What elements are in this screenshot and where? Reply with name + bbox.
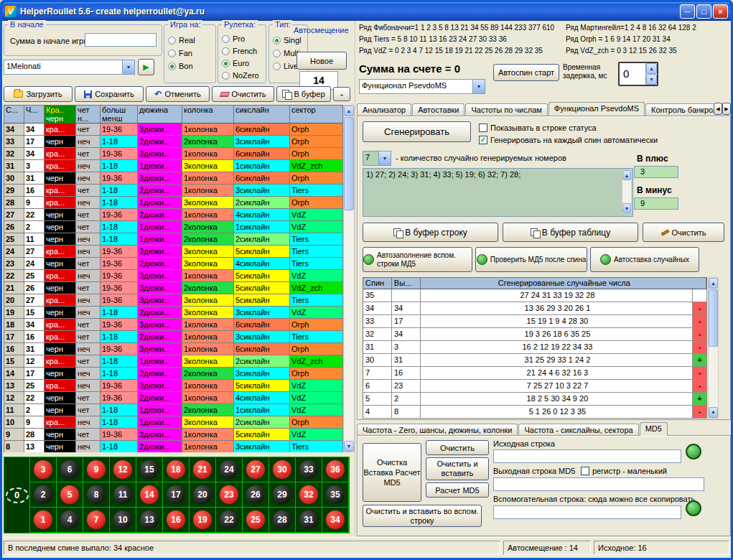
board-cell-4[interactable]: 4 xyxy=(57,508,83,533)
autofill-md5-button[interactable]: Автозаполнение вспом. строки МД5 xyxy=(363,247,472,272)
frequency-tab-0[interactable]: Частота - Zero, шансы, дюжины, колонки xyxy=(357,424,518,436)
sequence-scrollbar[interactable]: ▲ ▼ xyxy=(622,169,632,214)
history-row[interactable]: 1915черннеч1-182дюжи...3колонка3сиклайнV… xyxy=(4,307,343,319)
count-combo[interactable]: 7 ▼ xyxy=(363,151,391,166)
chevron-down-icon[interactable]: ▼ xyxy=(472,80,485,93)
board-cell-26[interactable]: 26 xyxy=(243,482,269,508)
history-row[interactable]: 1716кра...чет1-182дюжи...1колонка3сиклай… xyxy=(4,331,343,343)
board-cell-19[interactable]: 19 xyxy=(190,508,216,533)
scroll-down-icon[interactable]: ▼ xyxy=(344,441,354,452)
board-cell-6[interactable]: 6 xyxy=(57,457,83,482)
md5-clear-paste-aux-button[interactable]: Очистить и вставить во вспом. строку xyxy=(363,505,482,527)
run-preset-button[interactable]: ▶ xyxy=(138,59,154,75)
history-row[interactable]: 262чернчет1-181дюжи...2колонка1сиклайнVd… xyxy=(4,221,343,233)
tab-3[interactable]: Функционал PsevdoMS xyxy=(548,102,645,116)
board-cell-32[interactable]: 32 xyxy=(296,482,322,508)
autospin-start-button[interactable]: Автоспин старт xyxy=(493,64,559,81)
board-cell-23[interactable]: 23 xyxy=(216,482,243,508)
scroll-up-icon[interactable]: ▲ xyxy=(709,278,718,289)
md5-output-input[interactable] xyxy=(493,477,704,491)
history-row[interactable]: 1222чернчет19-362дюжи...1колонка4сиклайн… xyxy=(4,392,343,404)
board-cell-17[interactable]: 17 xyxy=(163,482,190,508)
history-row[interactable]: 1325кра...неч19-363дюжи...1колонка5сикла… xyxy=(4,380,343,392)
check-md5-button[interactable]: Проверить МД5 после спина xyxy=(475,247,587,272)
board-cell-35[interactable]: 35 xyxy=(322,482,349,508)
start-sum-input[interactable] xyxy=(85,33,157,47)
history-row[interactable]: 2511черннеч1-181дюжи...2колонка2сиклайнT… xyxy=(4,233,343,246)
radio-option-french[interactable]: French xyxy=(222,46,257,56)
clear-generated-button[interactable]: Очистить xyxy=(643,223,724,242)
clear-button[interactable]: Очистить xyxy=(212,86,274,102)
board-cell-3[interactable]: 3 xyxy=(30,457,57,482)
frequency-tab-2[interactable]: MD5 xyxy=(640,422,668,436)
spin-scroll-track[interactable] xyxy=(709,289,718,407)
radio-option-real[interactable]: Real xyxy=(168,35,195,45)
board-cell-11[interactable]: 11 xyxy=(110,482,136,508)
board-cell-30[interactable]: 30 xyxy=(269,457,296,482)
board-cell-2[interactable]: 2 xyxy=(30,482,57,508)
board-cell-27[interactable]: 27 xyxy=(243,457,269,482)
history-row[interactable]: 3234кра...чет19-363дюжи...1колонка6сикла… xyxy=(4,148,343,160)
history-row[interactable]: 112чернчет1-181дюжи...2колонка1сиклайнVd… xyxy=(4,404,343,416)
tab-2[interactable]: Частоты по числам xyxy=(465,103,547,116)
board-cell-1[interactable]: 1 xyxy=(30,508,57,533)
tab-0[interactable]: Анализатор xyxy=(357,103,411,116)
history-row[interactable]: 2225кра...неч19-363дюжи...1колонка5сикла… xyxy=(4,270,343,282)
autoshift-new-button[interactable]: Новое xyxy=(297,52,347,70)
minimize-button[interactable]: ─ xyxy=(680,4,695,19)
board-cell-7[interactable]: 7 xyxy=(83,508,110,533)
copy-buffer-button[interactable]: В буфер xyxy=(276,86,331,102)
copy-table-button[interactable]: В буфер таблицу xyxy=(503,223,638,242)
spin-row[interactable]: 3527 24 31 33 19 32 28 xyxy=(363,289,707,302)
spin-scrollbar[interactable]: ▲ ▼ xyxy=(708,277,719,419)
radio-option-pro[interactable]: Pro xyxy=(222,34,245,44)
tab-1[interactable]: Автоставки xyxy=(412,103,464,116)
history-scroll-thumb[interactable] xyxy=(344,117,354,210)
history-row[interactable]: 289кра...неч1-181дюжи...3колонка2сиклайн… xyxy=(4,197,343,209)
md5-source-input[interactable] xyxy=(493,449,681,463)
history-row[interactable]: 3031черннеч19-363дюжи...1колонка6сиклайн… xyxy=(4,172,343,185)
undo-button[interactable]: ↶Отменить xyxy=(146,86,210,102)
board-cell-14[interactable]: 14 xyxy=(136,482,163,508)
md5-big-button[interactable]: Очистка Вставка Расчет MD5 xyxy=(363,443,421,502)
scroll-up-icon[interactable]: ▲ xyxy=(344,106,354,116)
history-row[interactable]: 109кра...неч1-181дюжи...3колонка2сиклайн… xyxy=(4,416,343,429)
board-cell-8[interactable]: 8 xyxy=(83,482,110,508)
md5-clear-paste-button[interactable]: Очистить и вставить xyxy=(426,457,489,480)
board-cell-34[interactable]: 34 xyxy=(322,508,349,533)
title-bar[interactable]: V HelperRoullet 5.6- create helperroulle… xyxy=(2,2,731,21)
md5-aux-input[interactable] xyxy=(493,505,681,519)
history-row[interactable]: 3317черннеч1-182дюжи...2колонка3сиклайнO… xyxy=(4,136,343,148)
spin-scroll-thumb[interactable] xyxy=(709,289,718,347)
md5-source-action-icon[interactable] xyxy=(686,444,701,459)
history-row[interactable]: 2126чернчет19-363дюжи...2колонка5сиклайн… xyxy=(4,282,343,294)
md5-calc-button[interactable]: Расчет MD5 xyxy=(426,482,489,498)
autobet-random-button[interactable]: Автоставка случайных xyxy=(590,247,699,272)
board-cell-33[interactable]: 33 xyxy=(296,457,322,482)
history-row[interactable]: 2722чернчет19-362дюжи...1колонка4сиклайн… xyxy=(4,209,343,221)
board-cell-24[interactable]: 24 xyxy=(216,457,243,482)
chevron-down-icon[interactable]: ▼ xyxy=(122,60,134,74)
delay-spinner[interactable]: 0 ▲ ▼ xyxy=(618,62,658,86)
spin-row[interactable]: 5218 2 5 30 34 9 20+ xyxy=(363,393,707,406)
sequence-scroll-track[interactable] xyxy=(622,180,631,203)
board-cell-31[interactable]: 31 xyxy=(296,508,322,533)
history-row[interactable]: 2916кра...чет1-182дюжи...1колонка3сиклай… xyxy=(4,185,343,197)
chevron-down-icon[interactable]: ▼ xyxy=(378,151,391,165)
md5-register-checkbox[interactable]: регистр - маленький xyxy=(581,467,667,475)
history-row[interactable]: 1834кра...чет19-363дюжи...1колонка6сикла… xyxy=(4,319,343,331)
spin-row[interactable]: 71621 24 4 6 32 16 3- xyxy=(363,367,707,380)
generate-button[interactable]: Сгенерировать xyxy=(363,121,471,142)
board-cell-10[interactable]: 10 xyxy=(110,508,136,533)
board-cell-15[interactable]: 15 xyxy=(136,457,163,482)
spin-row[interactable]: 31316 2 12 19 22 34 33- xyxy=(363,341,707,354)
radio-option-fan[interactable]: Fan xyxy=(168,48,192,58)
frequency-tab-1[interactable]: Частота - сикслайны, сектора xyxy=(518,424,638,436)
spin-up-icon[interactable]: ▲ xyxy=(646,63,657,74)
history-row[interactable]: 2324чернчет19-362дюжи...3колонка4сиклайн… xyxy=(4,258,343,270)
board-cell-25[interactable]: 25 xyxy=(243,508,269,533)
history-row[interactable]: 813черннеч1-182дюжи...1колонка3сиклайнTi… xyxy=(4,441,343,452)
board-cell-20[interactable]: 20 xyxy=(190,482,216,508)
maximize-button[interactable]: □ xyxy=(696,4,711,19)
generate-each-spin-checkbox[interactable]: ✓ Генерировать на каждый спин автоматиче… xyxy=(479,136,658,144)
